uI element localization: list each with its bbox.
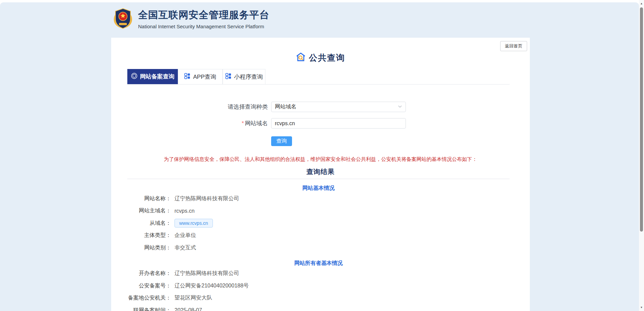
table-row: 主体类型： 企业单位 — [127, 230, 510, 242]
row-value: 辽宁热陈网络科技有限公司 — [174, 270, 239, 277]
grid-app-icon — [184, 73, 190, 81]
query-type-selected-value: 网站域名 — [275, 103, 296, 110]
tab-app-query[interactable]: APP查询 — [178, 69, 223, 84]
table-row: 网站名称： 辽宁热陈网络科技有限公司 — [127, 193, 510, 205]
query-type-select[interactable]: 网站域名 — [271, 102, 406, 112]
table-row: 从域名： www.rcvps.cn — [127, 217, 510, 230]
table-row: 网站类别： 非交互式 — [127, 242, 510, 254]
row-label: 网站名称： — [127, 195, 171, 202]
row-value: 非交互式 — [174, 244, 196, 251]
police-emblem-icon — [112, 7, 133, 31]
grid-miniprogram-icon — [225, 73, 231, 81]
row-label: 开办者名称： — [127, 270, 171, 277]
vertical-scrollbar[interactable]: ▲ ▼ — [639, 0, 644, 311]
security-notice: 为了保护网络信息安全，保障公民、法人和其他组织的合法权益，维护国家安全和社会公共… — [111, 156, 530, 163]
query-tabs: 网站备案查询 APP查询 小程序 — [127, 69, 510, 84]
site-header: 全国互联网安全管理服务平台 National Internet Security… — [112, 7, 269, 31]
tab-miniprogram-query[interactable]: 小程序查询 — [223, 69, 265, 84]
back-home-button[interactable]: 返回首页 — [500, 41, 527, 51]
shield-badge-icon — [131, 73, 137, 81]
divider-line — [127, 179, 510, 179]
row-value: rcvps.cn — [174, 208, 195, 214]
scrollbar-thumb[interactable] — [640, 7, 643, 232]
tab-website-record-query[interactable]: 网站备案查询 — [127, 69, 178, 84]
main-panel: 返回首页 公共查询 网站备案查询 — [111, 38, 530, 311]
query-submit-button[interactable]: 查询 — [271, 136, 292, 146]
row-label: 从域名： — [127, 220, 171, 227]
row-label: 备案地公安机关： — [127, 295, 171, 302]
row-value: 2025-08-07 — [174, 307, 202, 311]
table-row: 联网备案时间： 2025-08-07 — [127, 304, 510, 311]
site-title: 全国互联网安全管理服务平台 — [138, 8, 269, 22]
scrollbar-up-arrow[interactable]: ▲ — [639, 1, 644, 6]
domain-input[interactable] — [271, 118, 406, 129]
row-label: 网站主域名： — [127, 207, 171, 214]
required-asterisk: * — [242, 120, 244, 127]
table-row: 网站主域名： rcvps.cn — [127, 205, 510, 217]
row-label: 主体类型： — [127, 232, 171, 239]
row-value: 辽公网安备21040402000188号 — [174, 282, 249, 289]
chevron-down-icon — [398, 104, 402, 110]
tab-label: 小程序查询 — [234, 73, 263, 81]
domain-label: *网站域名 — [111, 119, 268, 127]
row-label: 网站类别： — [127, 244, 171, 251]
table-row: 公安备案号： 辽公网安备21040402000188号 — [127, 280, 510, 292]
table-row: 开办者名称： 辽宁热陈网络科技有限公司 — [127, 268, 510, 280]
row-value: 辽宁热陈网络科技有限公司 — [174, 195, 239, 202]
query-type-row: 请选择查询种类 网站域名 — [111, 102, 530, 112]
result-title: 查询结果 — [111, 167, 530, 176]
table-row: 备案地公安机关： 望花区网安大队 — [127, 292, 510, 305]
scrollbar-down-arrow[interactable]: ▼ — [639, 305, 644, 310]
tab-label: APP查询 — [193, 73, 216, 81]
sub-domain-tag[interactable]: www.rcvps.cn — [174, 219, 213, 228]
site-subtitle: National Internet Security Management Se… — [138, 24, 269, 29]
row-value: 企业单位 — [174, 232, 196, 239]
domain-input-row: *网站域名 — [111, 118, 530, 129]
house-search-icon — [296, 52, 306, 63]
row-value: 望花区网安大队 — [174, 295, 212, 302]
result-body: 网站基本情况 网站名称： 辽宁热陈网络科技有限公司 网站主域名： rcvps.c… — [127, 185, 510, 311]
page-title-label: 公共查询 — [309, 52, 345, 63]
section-heading-website-basic[interactable]: 网站基本情况 — [127, 185, 510, 193]
tab-label: 网站备案查询 — [140, 73, 174, 80]
page-title: 公共查询 — [111, 52, 530, 63]
row-label: 联网备案时间： — [127, 307, 171, 311]
section-heading-owner-basic[interactable]: 网站所有者基本情况 — [127, 260, 510, 268]
row-value: www.rcvps.cn — [174, 219, 213, 228]
query-type-label: 请选择查询种类 — [111, 103, 268, 111]
row-label: 公安备案号： — [127, 282, 171, 289]
